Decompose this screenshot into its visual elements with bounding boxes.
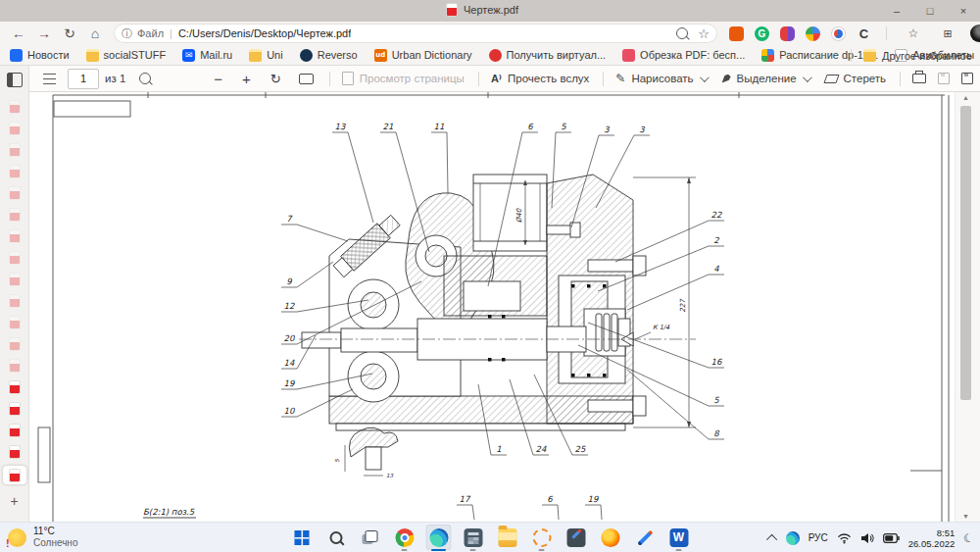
bookmark-item[interactable]: ✉Mail.ru <box>182 49 232 62</box>
taskbar-edge-icon[interactable] <box>426 525 452 550</box>
pdf-file-icon <box>9 165 21 178</box>
print-icon[interactable] <box>912 74 926 83</box>
save-as-icon[interactable] <box>961 73 973 84</box>
highlight-button[interactable]: Выделение <box>722 73 809 84</box>
tray-edge-icon[interactable] <box>786 531 800 545</box>
forward-icon[interactable]: → <box>31 25 57 41</box>
vertical-tab[interactable] <box>4 401 25 416</box>
search-icon[interactable] <box>676 27 688 39</box>
taskbar-chrome-icon[interactable] <box>392 525 417 550</box>
chevron-down-icon[interactable] <box>700 73 710 82</box>
vertical-tab[interactable] <box>4 272 25 286</box>
vertical-tab[interactable] <box>4 142 25 157</box>
tray-chevron-icon[interactable] <box>766 533 777 544</box>
vertical-tab[interactable] <box>4 444 25 459</box>
vertical-tab[interactable] <box>4 207 25 222</box>
keyboard-layout[interactable]: РУС <box>808 532 828 543</box>
news-favicon-icon <box>10 49 23 62</box>
zoom-out-icon[interactable]: − <box>214 71 222 87</box>
vertical-tab-active[interactable] <box>3 466 26 484</box>
chevron-down-icon[interactable] <box>803 73 812 82</box>
pdf-search-icon[interactable] <box>139 73 151 84</box>
info-icon[interactable]: ⓘ <box>122 26 132 41</box>
rotate-icon[interactable]: ↻ <box>270 72 281 86</box>
active-tab[interactable]: Чертеж.pdf <box>446 3 518 17</box>
new-tab-button[interactable]: + <box>10 493 18 509</box>
extension-icon[interactable] <box>831 26 846 41</box>
office-extension-icon[interactable] <box>729 26 744 41</box>
profile-avatar[interactable] <box>970 25 980 42</box>
taskbar-firefox-icon[interactable] <box>598 525 623 550</box>
vertical-tab[interactable] <box>4 315 25 329</box>
folder-favicon-icon <box>249 49 262 62</box>
taskbar-pdf-editor-icon[interactable] <box>564 525 589 550</box>
pdf-file-icon <box>9 143 21 157</box>
c-extension-icon[interactable]: C <box>857 26 871 41</box>
vertical-tab[interactable] <box>4 185 25 200</box>
scrollbar[interactable]: ▲ ▼ <box>955 92 980 522</box>
read-aloud-button[interactable]: A⁾ Прочесть вслух <box>491 73 589 85</box>
dim-d40: Ø40 <box>515 208 523 223</box>
callout-number: 14 <box>284 358 295 368</box>
vertical-tab[interactable] <box>4 99 25 114</box>
add-favorite-icon[interactable]: ☆ <box>698 26 710 41</box>
fit-width-icon[interactable] <box>299 74 314 84</box>
erase-button[interactable]: Стереть <box>825 73 887 84</box>
close-button[interactable]: × <box>947 0 980 22</box>
lighthouse-extension-icon[interactable] <box>806 26 820 41</box>
wifi-icon[interactable] <box>837 532 852 544</box>
scrollbar-thumb[interactable] <box>960 106 971 400</box>
maximize-button[interactable]: □ <box>913 0 947 22</box>
speaker-icon[interactable] <box>860 532 874 544</box>
scroll-down-icon[interactable]: ▼ <box>962 513 969 520</box>
back-icon[interactable]: ← <box>6 25 31 41</box>
draw-button[interactable]: ✎ Нарисовать <box>615 72 706 85</box>
taskbar-taskview-icon[interactable] <box>358 525 383 550</box>
vertical-tab[interactable] <box>4 121 25 135</box>
vertical-tab[interactable] <box>4 358 25 373</box>
bookmark-item[interactable]: Получить виртуал... <box>489 49 607 62</box>
bookmark-item[interactable]: socialSTUFF <box>86 49 167 62</box>
taskbar-word-icon[interactable]: W <box>666 525 692 550</box>
vertical-tab[interactable] <box>4 293 25 308</box>
vertical-tabs-toggle-icon[interactable] <box>7 73 23 87</box>
bookmark-item[interactable]: Uni <box>249 49 283 62</box>
vertical-tab[interactable] <box>4 423 25 437</box>
vertical-tab[interactable] <box>4 228 25 243</box>
refresh-icon[interactable]: ↻ <box>57 25 82 41</box>
taskbar-calculator-icon[interactable] <box>461 525 486 550</box>
taskbar-explorer-icon[interactable] <box>495 525 520 550</box>
taskbar-start-icon[interactable] <box>289 525 315 550</box>
taskbar-sync-icon[interactable] <box>529 525 555 550</box>
vertical-tab[interactable] <box>4 164 25 178</box>
extension-icon[interactable] <box>780 26 795 41</box>
weather-widget[interactable]: 11°C Солнечно <box>8 526 77 549</box>
vertical-tab[interactable] <box>4 250 25 265</box>
minimize-button[interactable]: – <box>880 0 913 22</box>
address-bar[interactable]: ⓘ Файл | C:/Users/Denis/Desktop/Чертеж.p… <box>114 24 717 43</box>
bookmark-item[interactable]: Новости <box>10 49 70 62</box>
vertical-tab[interactable] <box>4 379 25 394</box>
vertical-tab[interactable] <box>4 336 25 351</box>
page-number-input[interactable] <box>68 69 99 89</box>
bookmark-item[interactable]: Reverso <box>300 49 358 62</box>
zoom-in-icon[interactable]: + <box>242 71 251 87</box>
battery-icon[interactable] <box>883 533 900 543</box>
scroll-up-icon[interactable]: ▲ <box>962 94 969 101</box>
bookmark-item[interactable]: Обрезка PDF: бесп... <box>622 49 745 62</box>
other-favorites[interactable]: Другое избранное <box>851 45 972 66</box>
bookmark-label: Uni <box>267 49 283 61</box>
clock[interactable]: 8:51 26.05.2022 <box>908 527 956 549</box>
address-path[interactable]: C:/Users/Denis/Desktop/Чертеж.pdf <box>178 27 351 39</box>
outline-icon[interactable] <box>43 74 56 84</box>
bookmark-label: Обрезка PDF: бесп... <box>640 49 745 61</box>
favorites-icon[interactable]: ☆ <box>902 26 925 40</box>
taskbar-pen-tool-icon[interactable] <box>632 525 658 550</box>
bookmark-item[interactable]: udUrban Dictionary <box>374 49 472 62</box>
pen-icon: ✎ <box>615 72 625 85</box>
grammarly-extension-icon[interactable]: G <box>755 26 769 41</box>
draw-label: Нарисовать <box>631 73 693 84</box>
collections-icon[interactable]: ⊞ <box>936 27 959 40</box>
home-icon[interactable]: ⌂ <box>82 25 108 41</box>
taskbar-search-icon[interactable] <box>323 525 349 550</box>
